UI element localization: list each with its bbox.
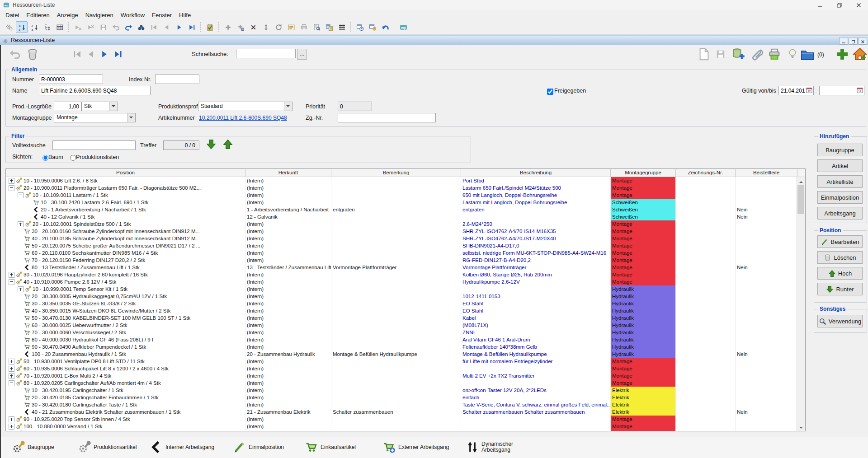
table-row[interactable]: 10 - 10.109.0011 Lastarm / 1 Stk(Intern)… xyxy=(6,192,797,199)
delete-position-button[interactable]: Löschen xyxy=(817,251,863,264)
sicht-produktionslisten-radio[interactable] xyxy=(70,155,76,161)
add-icon[interactable] xyxy=(222,21,234,33)
tab-minimize-button[interactable] xyxy=(839,37,848,45)
quick-search-input[interactable] xyxy=(236,49,296,58)
calendar-bis-icon[interactable]: 12 xyxy=(856,87,863,94)
move-updown-icon[interactable] xyxy=(260,21,272,33)
add-artikelliste-button[interactable]: Artikelliste xyxy=(817,175,863,188)
table-row[interactable]: 110 - 10.940.0011 Zubehör / 1 Stk(Intern… xyxy=(6,430,797,431)
table-view-icon[interactable] xyxy=(54,21,66,33)
new-document-icon[interactable] xyxy=(697,47,711,61)
workflow-gears-icon[interactable] xyxy=(3,21,15,33)
collapse-icon[interactable] xyxy=(9,279,14,285)
montagegruppe-dropdown[interactable]: Montage xyxy=(54,113,136,122)
apply-check-icon[interactable] xyxy=(204,21,216,33)
reload-icon[interactable] xyxy=(123,21,134,33)
delete-record-icon[interactable] xyxy=(26,48,39,61)
undo-navigation-icon[interactable] xyxy=(379,21,391,33)
tab-restore-button[interactable] xyxy=(849,37,858,45)
sort-alpha-icon[interactable]: az xyxy=(16,21,28,33)
nav-last-icon[interactable] xyxy=(186,21,198,33)
scrollbar-thumb[interactable] xyxy=(797,185,804,214)
column-header-montagegruppe[interactable]: Montagegruppe xyxy=(611,169,676,177)
add-einmalposition-button[interactable]: Einmalposition xyxy=(817,191,863,204)
add-arbeitsgang-button[interactable]: Arbeitsgang xyxy=(817,207,863,220)
table-row[interactable]: 80 - 40.000.0030 Hydrauliköl GF 46 (Fass… xyxy=(6,336,797,343)
table-row[interactable]: 50 - 30.470.0130 KABELBINDER-SET 100 MM … xyxy=(6,314,797,322)
save-disabled-icon[interactable] xyxy=(97,21,109,33)
nav-prev-disabled-icon[interactable] xyxy=(160,21,172,33)
table-row[interactable]: 10 - 10.999.0001 Temp Sensor Kit / 1 Stk… xyxy=(6,285,797,293)
record-first-icon[interactable] xyxy=(72,49,82,59)
tab-close-button[interactable] xyxy=(858,37,867,45)
add-baugruppe-button[interactable]: Baugruppe xyxy=(817,144,863,156)
table-row[interactable]: 20 - 30.300.0005 Hydraulikaggregat 0,75c… xyxy=(6,293,797,300)
table-row[interactable]: 10 - 10.950.0006 Lift 2.6. / 8 Stk(Inter… xyxy=(6,177,797,184)
column-header-zeichnungsnr[interactable]: Zeichnungs-Nr. xyxy=(676,169,736,177)
vertical-scrollbar[interactable] xyxy=(797,177,805,431)
hint-bulb-icon[interactable] xyxy=(787,48,798,60)
properties-icon[interactable] xyxy=(285,21,297,33)
menu-datei[interactable]: Datei xyxy=(2,11,23,19)
column-header-position[interactable]: Position xyxy=(6,169,245,177)
expand-icon[interactable] xyxy=(18,221,24,227)
einheit-dropdown[interactable]: Stk xyxy=(81,102,118,111)
sicht-baum-radio[interactable] xyxy=(42,155,48,161)
table-row[interactable]: 60 - 30.000.0025 Ueberwurfmutter / 2 Stk… xyxy=(6,322,797,329)
table-row[interactable]: 10 - 30.100.2420 Lastarm 2.6-Fairl. 690 … xyxy=(6,199,797,206)
table-row[interactable]: 70 - 20.120.0150 Federring DIN127 D20,2 … xyxy=(6,257,797,264)
collapse-icon[interactable] xyxy=(9,380,14,386)
table-row[interactable]: 80 - 13 Testständer / Zusammenbau Lift /… xyxy=(6,264,797,271)
grid-icon[interactable] xyxy=(336,21,348,33)
menu-fenster[interactable]: Fenster xyxy=(148,11,175,19)
losgroesse-input[interactable] xyxy=(54,102,81,111)
print-resource-icon[interactable] xyxy=(768,47,781,61)
table-row[interactable]: 60 - 20.110.0100 Sechskantmutter DIN985 … xyxy=(6,249,797,257)
record-next-icon[interactable] xyxy=(99,49,109,59)
wp-module-icon[interactable]: wp xyxy=(397,21,409,33)
table-row[interactable]: 40 - 21 Zusammenbau Elektrik Schalter zu… xyxy=(6,408,797,416)
move-down-button[interactable]: Runter xyxy=(817,283,863,295)
column-header-beschreibung[interactable]: Beschreibung xyxy=(461,169,611,177)
home-icon[interactable] xyxy=(853,47,867,61)
table-row[interactable]: 30 - 30.420.0180 Carlingschalter Taste /… xyxy=(6,401,797,408)
profil-dropdown[interactable]: Standard xyxy=(198,102,292,111)
table-row[interactable]: 70 - 30.000.0060 Verschlusskegel / 2 Stk… xyxy=(6,329,797,336)
volltextsuche-input[interactable] xyxy=(52,140,136,150)
freigegeben-checkbox[interactable] xyxy=(547,89,553,95)
index-input[interactable] xyxy=(155,75,199,84)
table-row[interactable]: 40 - 30.350.0015 W-Stutzen DKO 8L Gewind… xyxy=(6,307,797,314)
table-row[interactable]: 20 - 10.900.0011 Platformträger Lastarm … xyxy=(6,184,797,192)
table-row[interactable]: 20 - 30.420.0185 Carlingschalter Einbaur… xyxy=(6,394,797,401)
artikelnummer-link[interactable]: 10.200.0011 Lift 2.6-600S.690 SQ48 xyxy=(199,115,287,121)
name-input[interactable] xyxy=(39,86,151,95)
run-disabled-icon[interactable] xyxy=(72,21,84,33)
table-row[interactable]: 40 - 12 Galvanik / 1 Stk12 - GalvanikSch… xyxy=(6,213,797,220)
tree-structure-icon[interactable] xyxy=(41,21,53,33)
close-button[interactable] xyxy=(849,0,868,10)
search-prev-button[interactable] xyxy=(222,138,233,150)
attachment-icon[interactable] xyxy=(750,47,764,61)
print-preview-icon[interactable] xyxy=(311,21,322,33)
expand-icon[interactable] xyxy=(18,286,24,292)
nummer-input[interactable] xyxy=(39,75,103,84)
save-record-icon[interactable] xyxy=(715,49,726,60)
calendar-von-icon[interactable]: 12 xyxy=(806,87,813,94)
table-row[interactable]: 40 - 20.100.0185 Schraube Zylinderkopf m… xyxy=(6,235,797,242)
delete-icon[interactable] xyxy=(247,21,259,33)
table-row[interactable]: 50 - 10.930.0001 Ventilplatte DP0.8 Lift… xyxy=(6,358,797,365)
window-history-icon[interactable] xyxy=(354,21,366,33)
search-binoculars-icon[interactable] xyxy=(135,21,147,33)
expand-icon[interactable] xyxy=(9,178,14,184)
expand-icon[interactable] xyxy=(9,373,14,379)
export-icon[interactable] xyxy=(323,21,335,33)
profil-dropdown-arrow-icon[interactable] xyxy=(284,102,292,111)
scroll-up-icon[interactable] xyxy=(797,177,805,185)
collapse-icon[interactable] xyxy=(9,185,14,191)
table-row[interactable]: 100 - 20 Zusammenbau Hydraulik / 1 Stk20… xyxy=(6,351,797,358)
column-header-herkunft[interactable]: Herkunft xyxy=(245,169,331,177)
add-artikel-button[interactable]: Artikel xyxy=(817,159,863,172)
sort-order-icon[interactable]: za xyxy=(28,21,40,33)
table-row[interactable]: 60 - 10.935.0006 Schlauchpaket Lift 8 x … xyxy=(6,365,797,372)
refresh-icon[interactable] xyxy=(273,21,284,33)
